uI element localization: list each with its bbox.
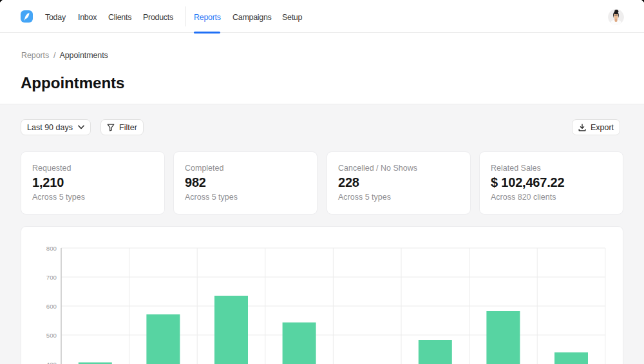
- svg-text:700: 700: [46, 274, 57, 281]
- svg-text:600: 600: [46, 303, 57, 310]
- svg-text:400: 400: [46, 361, 57, 364]
- svg-text:800: 800: [46, 245, 57, 252]
- svg-text:500: 500: [46, 332, 57, 339]
